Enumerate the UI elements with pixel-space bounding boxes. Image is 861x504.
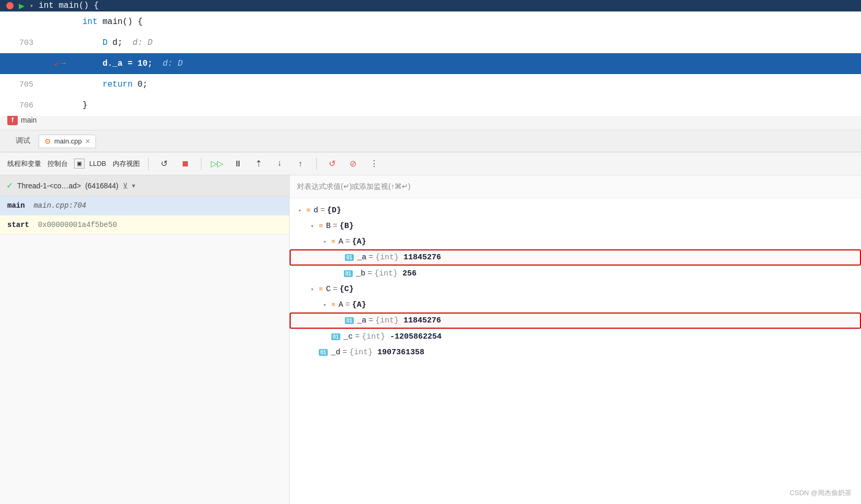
var-value-a-C: 11845276: [403, 316, 441, 325]
code-editor: ▶ ▾ int main() { int main() { 703 D d; d…: [0, 0, 861, 110]
int-badge-d-d: 01: [319, 349, 328, 356]
thread-pid: (6416844): [85, 182, 118, 190]
step-into-button[interactable]: ↑: [272, 157, 287, 171]
var-eq-c-C: =: [355, 332, 360, 341]
stack-frame-location-main: main.cpp:704: [33, 201, 86, 210]
var-type-a-C: {int}: [375, 316, 399, 325]
code-header-bar: ▶ ▾ int main() {: [0, 0, 861, 11]
play-button[interactable]: ▶: [19, 0, 25, 11]
var-name-A-C: A: [339, 301, 343, 309]
toolbar-label-console: 控制台: [47, 159, 68, 169]
var-value-d: {D}: [327, 206, 341, 215]
int-badge-b-B: 01: [344, 270, 353, 277]
close-tab-icon[interactable]: ✕: [85, 138, 90, 145]
thread-chevron-icon[interactable]: ▾: [132, 182, 135, 189]
comment-704: d: D: [163, 59, 183, 68]
line-content-704: d._a = 10; d: D: [78, 59, 861, 68]
var-type-d-d: {int}: [349, 348, 373, 357]
var-row-b-B[interactable]: 01 _b = {int} 256: [290, 266, 861, 281]
var-eq-A-C: =: [345, 301, 350, 309]
var-eq-B: =: [333, 222, 338, 231]
var-value-C: {C}: [340, 285, 354, 294]
thread-check-icon: ✓: [6, 181, 13, 190]
stack-frame-main[interactable]: main main.cpp:704: [0, 196, 289, 215]
struct-icon-A-B: ≡: [331, 238, 336, 246]
chevron-B-icon: ▾: [310, 223, 317, 230]
toolbar-section-lldb[interactable]: ▣ LLDB: [74, 159, 106, 169]
pause-button[interactable]: ⏸: [231, 157, 245, 171]
traffic-light-icon: [6, 2, 14, 9]
tab-debug[interactable]: 调试: [7, 130, 39, 152]
line-content-703: D d; d: D: [78, 38, 861, 47]
var-eq-a-B: =: [368, 253, 373, 262]
filter-icon[interactable]: ⊻: [123, 182, 128, 190]
var-value-d-d: 1907361358: [377, 348, 424, 357]
toolbar-section-memory[interactable]: 内存视图: [113, 159, 140, 169]
var-row-d[interactable]: ▾ ≡ d = {D}: [290, 202, 861, 218]
line-number-705: 705: [0, 80, 42, 89]
var-row-d-d[interactable]: 01 _d = {int} 1907361358: [290, 344, 861, 360]
var-row-C[interactable]: ▾ ≡ C = {C}: [290, 281, 861, 297]
thread-label: Thread-1-<co…ad>: [17, 182, 81, 190]
int-badge-a-C: 01: [345, 317, 354, 324]
more-options-button[interactable]: ⋮: [367, 157, 381, 171]
chevron-d-icon: ▾: [298, 207, 304, 214]
keyword-return: return: [102, 80, 133, 89]
struct-icon-A-C: ≡: [331, 301, 336, 309]
expression-hint[interactable]: 对表达式求值(↵)或添加监视(↑⌘↵): [290, 175, 861, 198]
code-title: int main() {: [39, 1, 99, 10]
var-row-A-under-B[interactable]: ▾ ≡ A = {A}: [290, 234, 861, 249]
var-row-a-B[interactable]: 01 _a = {int} 11845276: [290, 249, 861, 266]
line-number-703: 703: [0, 39, 42, 47]
var-row-B[interactable]: ▾ ≡ B = {B}: [290, 218, 861, 234]
code-line-706: 706 }: [0, 95, 861, 116]
comment-703: d: D: [133, 38, 152, 47]
func-icon: f: [7, 115, 18, 125]
var-row-c-C[interactable]: 01 _c = {int} -1205862254: [290, 329, 861, 344]
var-row-A-under-C[interactable]: ▾ ≡ A = {A}: [290, 297, 861, 313]
chevron-down-icon[interactable]: ▾: [30, 2, 33, 10]
var-name-A-B: A: [339, 237, 343, 246]
toolbar-section-console[interactable]: 控制台: [47, 159, 68, 169]
debug-tabs: 调试 ⚙ main.cpp ✕: [0, 130, 861, 152]
var-value-A-C: {A}: [352, 301, 366, 309]
var-eq-a-C: =: [368, 316, 373, 325]
var-value-c-C: -1205862254: [390, 332, 441, 341]
struct-icon-d: ≡: [306, 207, 310, 214]
line-content: int main() {: [78, 17, 861, 27]
clear-button[interactable]: ⊘: [346, 157, 361, 171]
variable-tree: ▾ ≡ d = {D} ▾ ≡ B = {B} ▾ ≡ A = {A}: [290, 198, 861, 504]
var-value-a-B: 11845276: [403, 253, 441, 262]
var-eq-A-B: =: [345, 237, 350, 246]
step-over-button[interactable]: ⇡: [252, 157, 266, 171]
chevron-A-C-icon: ▾: [323, 302, 329, 308]
var-value-b-B: 256: [402, 269, 416, 278]
debug-toolbar: 线程和变量 控制台 ▣ LLDB 内存视图 ↺ ⏹ ▷▷ ⏸ ⇡ ↑ ↑ ↺ ⊘…: [0, 152, 861, 175]
step-out-button[interactable]: ↑: [293, 157, 308, 171]
var-eq-d-d: =: [342, 348, 347, 357]
stack-frame-start[interactable]: start 0x00000001a4f5be50: [0, 215, 289, 235]
toolbar-label-lldb: LLDB: [89, 160, 106, 167]
stop-button[interactable]: ⏹: [178, 157, 193, 171]
tab-main-cpp[interactable]: ⚙ main.cpp ✕: [39, 135, 96, 148]
code-body: int main() { 703 D d; d: D ✔ → d._a = 10…: [0, 11, 861, 116]
var-name-b-B: _b: [356, 269, 365, 278]
restart-frame-button[interactable]: ↺: [325, 157, 340, 171]
var-name-B: B: [326, 222, 331, 231]
chevron-A-B-icon: ▾: [323, 238, 329, 245]
rerun-button[interactable]: ↺: [157, 157, 172, 171]
code-line-header: int main() {: [0, 11, 861, 32]
arrow-icon: →: [61, 59, 66, 68]
toolbar-section-threads[interactable]: 线程和变量: [7, 159, 41, 169]
line-content-706: }: [78, 101, 861, 110]
var-name-C: C: [326, 285, 331, 294]
stack-frame-addr-start: 0x00000001a4f5be50: [38, 221, 117, 229]
var-eq-d: =: [320, 206, 325, 215]
code-line-705: 705 return 0;: [0, 74, 861, 95]
int-badge-a-B: 01: [345, 254, 354, 261]
threads-panel: ✓ Thread-1-<co…ad> (6416844) ⊻ ▾ main ma…: [0, 175, 290, 504]
var-row-a-C[interactable]: 01 _a = {int} 11845276: [290, 313, 861, 329]
type-D: D: [102, 38, 107, 47]
resume-button[interactable]: ▷▷: [210, 157, 224, 171]
line-content-705: return 0;: [78, 80, 861, 89]
